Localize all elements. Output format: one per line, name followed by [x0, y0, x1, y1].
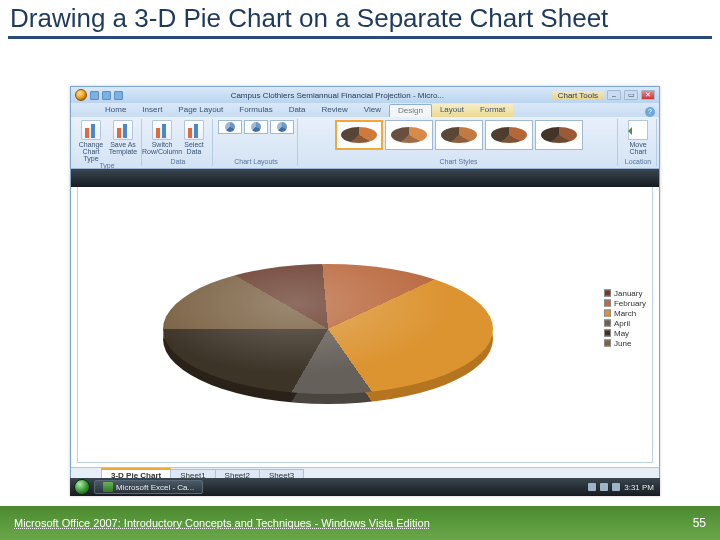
taskbar-wrap: Microsoft Excel - Ca... 3:31 PM	[70, 478, 660, 496]
contextual-tab-header: Chart Tools	[552, 91, 604, 100]
tab-design[interactable]: Design	[389, 104, 432, 117]
legend-item-may: May	[604, 329, 646, 338]
chart-type-icon	[81, 120, 101, 140]
chart-legend[interactable]: January February March April May June	[604, 288, 646, 349]
change-chart-type-label: Change Chart Type	[76, 141, 106, 162]
legend-item-february: February	[604, 299, 646, 308]
save-as-template-label: Save As Template	[108, 141, 138, 155]
move-chart-label: Move Chart	[623, 141, 653, 155]
change-chart-type-button[interactable]: Change Chart Type	[76, 120, 106, 162]
group-styles-label: Chart Styles	[439, 158, 477, 165]
window-titlebar: Campus Clothiers Semiannual Financial Pr…	[71, 87, 659, 103]
legend-item-january: January	[604, 289, 646, 298]
chart-style-5[interactable]	[535, 120, 583, 150]
pie-chart[interactable]	[94, 188, 562, 440]
tab-layout[interactable]: Layout	[432, 104, 472, 117]
start-button-icon[interactable]	[74, 479, 90, 495]
tab-review[interactable]: Review	[314, 104, 356, 117]
qat-undo-icon[interactable]	[102, 91, 111, 100]
maximize-button[interactable]: ▭	[624, 90, 638, 100]
ribbon-tab-strip: Home Insert Page Layout Formulas Data Re…	[71, 103, 659, 117]
group-location-label: Location	[625, 158, 651, 165]
qat-save-icon[interactable]	[90, 91, 99, 100]
chart-layout-3[interactable]	[270, 120, 294, 134]
taskbar-app-label: Microsoft Excel - Ca...	[116, 483, 194, 492]
switch-icon	[152, 120, 172, 140]
excel-icon	[103, 482, 113, 492]
select-data-label: Select Data	[179, 141, 209, 155]
tab-data[interactable]: Data	[281, 104, 314, 117]
select-data-button[interactable]: Select Data	[179, 120, 209, 155]
chart-sheet-canvas: January February March April May June	[71, 169, 659, 467]
chart-style-1[interactable]	[335, 120, 383, 150]
save-as-template-button[interactable]: Save As Template	[108, 120, 138, 162]
slide-footer: Microsoft Office 2007: Introductory Conc…	[0, 506, 720, 540]
legend-item-june: June	[604, 339, 646, 348]
tray-icon-2[interactable]	[600, 483, 608, 491]
title-underline	[8, 36, 712, 39]
chart-style-4[interactable]	[485, 120, 533, 150]
ribbon-group-chart-layouts: Chart Layouts	[215, 119, 298, 166]
help-icon[interactable]: ?	[645, 107, 655, 117]
save-template-icon	[113, 120, 133, 140]
move-chart-icon	[628, 120, 648, 140]
close-button[interactable]: ✕	[641, 90, 655, 100]
select-data-icon	[184, 120, 204, 140]
switch-row-column-button[interactable]: Switch Row/Column	[147, 120, 177, 155]
tab-insert[interactable]: Insert	[134, 104, 170, 117]
slide-title: Drawing a 3-D Pie Chart on a Separate Ch…	[0, 0, 720, 36]
tab-format[interactable]: Format	[472, 104, 513, 117]
chart-style-3[interactable]	[435, 120, 483, 150]
tab-page-layout[interactable]: Page Layout	[170, 104, 231, 117]
taskbar-app-excel[interactable]: Microsoft Excel - Ca...	[94, 480, 203, 494]
ribbon-group-type: Change Chart Type Save As Template Type	[73, 119, 142, 166]
switch-row-col-label: Switch Row/Column	[142, 141, 182, 155]
minimize-button[interactable]: –	[607, 90, 621, 100]
slide-footer-text: Microsoft Office 2007: Introductory Conc…	[14, 517, 430, 529]
chart-layout-2[interactable]	[244, 120, 268, 134]
ribbon: Change Chart Type Save As Template Type …	[71, 117, 659, 169]
tab-formulas[interactable]: Formulas	[231, 104, 280, 117]
tab-home[interactable]: Home	[97, 104, 134, 117]
legend-item-april: April	[604, 319, 646, 328]
chart-layout-1[interactable]	[218, 120, 242, 134]
window-title: Campus Clothiers Semiannual Financial Pr…	[126, 91, 549, 100]
office-button-icon[interactable]	[75, 89, 87, 101]
ribbon-group-chart-styles: Chart Styles	[300, 119, 618, 166]
taskbar-clock: 3:31 PM	[624, 483, 654, 492]
chart-frame[interactable]: January February March April May June	[77, 173, 653, 463]
tab-view[interactable]: View	[356, 104, 389, 117]
tray-volume-icon[interactable]	[612, 483, 620, 491]
move-chart-button[interactable]: Move Chart	[623, 120, 653, 155]
ribbon-group-location: Move Chart Location	[620, 119, 657, 166]
excel-window: Campus Clothiers Semiannual Financial Pr…	[70, 86, 660, 496]
group-layouts-label: Chart Layouts	[234, 158, 278, 165]
chart-style-2[interactable]	[385, 120, 433, 150]
ribbon-group-data: Switch Row/Column Select Data Data	[144, 119, 213, 166]
qat-redo-icon[interactable]	[114, 91, 123, 100]
legend-item-march: March	[604, 309, 646, 318]
group-type-label: Type	[99, 162, 114, 169]
tray-icon-1[interactable]	[588, 483, 596, 491]
slide-number: 55	[693, 516, 706, 530]
windows-taskbar	[71, 169, 659, 187]
group-data-label: Data	[171, 158, 186, 165]
